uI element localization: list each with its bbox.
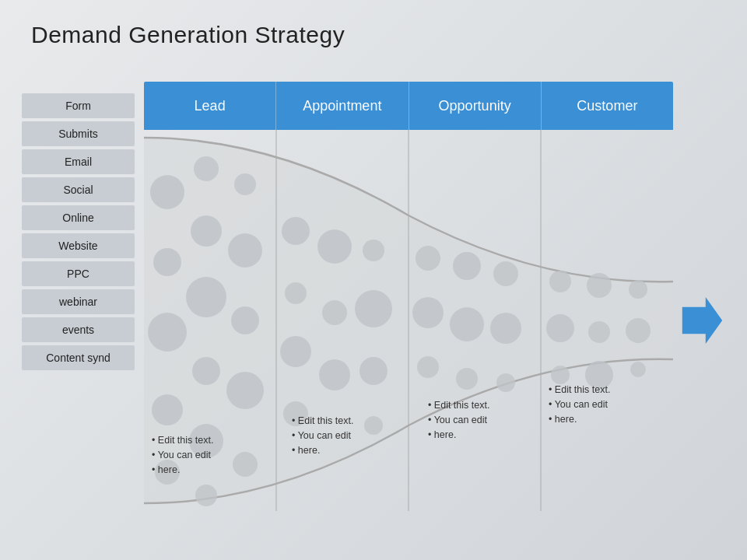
page-title: Demand Generation Strategy: [31, 22, 345, 48]
sidebar-item-events[interactable]: events: [22, 317, 135, 342]
annotation-customer: Edit this text. You can edit here.: [549, 383, 669, 426]
sidebar-item-ppc[interactable]: PPC: [22, 261, 135, 286]
annotation-opportunity: Edit this text. You can edit here.: [428, 398, 552, 442]
svg-marker-48: [682, 297, 722, 344]
sidebar-item-email[interactable]: Email: [22, 149, 135, 174]
header-lead: Lead: [144, 82, 276, 130]
header-row: Lead Appointment Opportunity Customer: [144, 82, 673, 130]
sidebar-item-form[interactable]: Form: [22, 93, 135, 118]
header-appointment: Appointment: [276, 82, 409, 130]
annotation-lead: Edit this text. You can edit here.: [152, 433, 276, 477]
sidebar-item-online[interactable]: Online: [22, 205, 135, 230]
header-customer: Customer: [542, 82, 673, 130]
sidebar-item-content-synd[interactable]: Content synd: [22, 345, 135, 370]
sidebar-item-submits[interactable]: Submits: [22, 121, 135, 146]
sidebar-item-website[interactable]: Website: [22, 233, 135, 258]
sidebar-item-webinar[interactable]: webinar: [22, 289, 135, 314]
sidebar-item-social[interactable]: Social: [22, 177, 135, 202]
diagram-area: Lead Appointment Opportunity Customer: [144, 82, 716, 533]
arrow-right: [681, 297, 724, 344]
header-opportunity: Opportunity: [409, 82, 542, 130]
annotation-appointment: Edit this text. You can edit here.: [292, 414, 416, 457]
sidebar: Form Submits Email Social Online Website…: [22, 93, 135, 370]
funnel-container: Edit this text. You can edit here. Edit …: [144, 130, 716, 511]
